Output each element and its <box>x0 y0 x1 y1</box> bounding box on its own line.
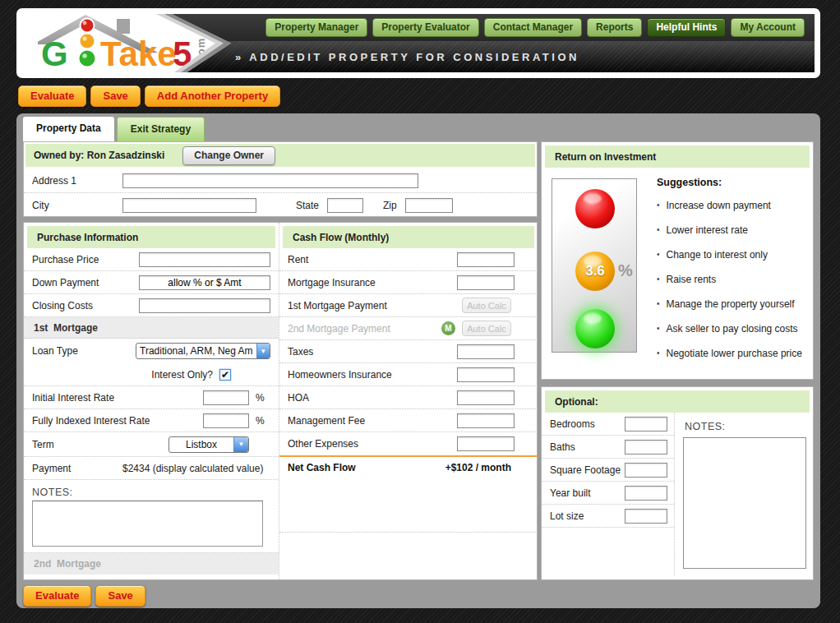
nav-my-account[interactable]: My Account <box>731 18 805 37</box>
toolbar-top: Evaluate Save Add Another Property <box>18 85 280 107</box>
management-fee-input[interactable] <box>457 413 515 428</box>
address1-input[interactable] <box>122 173 418 188</box>
term-value: Listbox <box>169 439 233 450</box>
suggestions-list: •Increase down payment •Lower interest r… <box>657 200 806 359</box>
homeowners-label: Homeowners Insurance <box>288 369 457 381</box>
lot-size-input[interactable] <box>625 509 667 524</box>
lot-size-label: Lot size <box>550 510 625 522</box>
nav-contact-manager[interactable]: Contact Manager <box>484 18 582 37</box>
save-button-bottom[interactable]: Save <box>95 585 145 607</box>
rent-input[interactable] <box>457 252 515 267</box>
suggestion-item: •Increase down payment <box>657 200 806 211</box>
cashflow-spacer <box>279 478 538 533</box>
m-badge-icon: M <box>441 321 455 335</box>
sqft-row: Square Footage <box>542 459 674 482</box>
year-built-input[interactable] <box>625 486 667 501</box>
cashflow-header: Cash Flow (Monthly) <box>283 226 534 248</box>
optional-fields: Bedrooms Baths Square Footage Year built… <box>542 413 675 576</box>
closing-costs-input[interactable] <box>139 298 270 313</box>
purchase-price-input[interactable] <box>139 252 270 267</box>
down-payment-label: Down Payment <box>32 277 139 288</box>
first-auto-calc-button[interactable]: Auto Calc <box>462 298 511 313</box>
tab-property-data[interactable]: Property Data <box>23 117 114 141</box>
optional-notes-textarea[interactable] <box>683 437 806 569</box>
evaluate-button[interactable]: Evaluate <box>18 85 86 107</box>
homeowners-row: Homeowners Insurance <box>279 363 538 386</box>
rent-row: Rent <box>279 248 538 271</box>
bedrooms-label: Bedrooms <box>550 418 625 430</box>
optional-box: Optional: Bedrooms Baths Square Footage … <box>541 386 814 580</box>
house-chimney <box>117 19 130 34</box>
suggestion-item: •Negotiate lower purchase price <box>657 348 806 359</box>
indexed-rate-percent: % <box>256 415 270 427</box>
management-fee-label: Management Fee <box>288 415 457 427</box>
indexed-rate-input[interactable] <box>203 413 249 428</box>
mortgage-insurance-input[interactable] <box>457 275 515 290</box>
payment-row: Payment $2434 (display calculated value) <box>24 457 279 480</box>
add-another-property-button[interactable]: Add Another Property <box>145 85 280 107</box>
state-input[interactable] <box>327 198 363 213</box>
state-label: State <box>296 200 319 211</box>
first-mortgage-header: 1st Mortgage <box>24 317 279 339</box>
owner-band: Owned by: Ron Zasadzinski Change Owner <box>25 144 535 167</box>
rent-label: Rent <box>288 254 457 265</box>
baths-input[interactable] <box>625 440 667 455</box>
other-expenses-input[interactable] <box>457 436 515 451</box>
mortgage-notes-textarea[interactable] <box>32 501 263 547</box>
term-row: Term Listbox ▼ <box>24 432 279 457</box>
interest-only-label: Interest Only? <box>151 369 213 381</box>
bedrooms-input[interactable] <box>625 417 667 431</box>
suggestions: Suggestions: •Increase down payment •Low… <box>657 177 806 372</box>
green-light-icon <box>575 309 615 348</box>
term-select[interactable]: Listbox ▼ <box>168 436 249 453</box>
indexed-rate-row: Fully Indexed Interest Rate % <box>24 409 279 432</box>
loan-type-row: Loan Type Traditional, ARM, Neg Am ▼ <box>24 339 279 363</box>
change-owner-button[interactable]: Change Owner <box>182 146 275 165</box>
hoa-input[interactable] <box>457 390 515 405</box>
management-fee-row: Management Fee <box>279 409 538 432</box>
loan-type-value: Traditional, ARM, Neg Am <box>136 345 256 357</box>
indexed-rate-label: Fully Indexed Interest Rate <box>32 415 203 427</box>
year-built-row: Year built <box>542 482 674 505</box>
lot-size-row: Lot size <box>542 505 674 528</box>
address1-label: Address 1 <box>32 175 122 187</box>
nav-property-evaluator[interactable]: Property Evaluator <box>372 18 478 37</box>
bedrooms-row: Bedrooms <box>542 413 674 436</box>
zip-input[interactable] <box>405 198 453 213</box>
net-cashflow-label: Net Cash Flow <box>288 462 445 473</box>
chevron-down-icon: ▼ <box>256 344 270 358</box>
loan-type-select[interactable]: Traditional, ARM, Neg Am ▼ <box>136 343 270 359</box>
nav-reports[interactable]: Reports <box>587 18 642 37</box>
homeowners-input[interactable] <box>457 367 515 382</box>
hoa-label: HOA <box>288 392 457 404</box>
nav-helpful-hints[interactable]: Helpful Hints <box>647 18 726 37</box>
down-payment-input[interactable] <box>139 275 270 290</box>
amber-light-icon: 3.6 <box>575 252 615 291</box>
tab-exit-strategy[interactable]: Exit Strategy <box>117 117 205 141</box>
save-button[interactable]: Save <box>90 85 140 107</box>
top-nav: Property Manager Property Evaluator Cont… <box>156 14 815 41</box>
taxes-input[interactable] <box>457 344 515 359</box>
year-built-label: Year built <box>550 487 625 499</box>
traffic-light-icon <box>79 19 96 67</box>
second-auto-calc-button[interactable]: Auto Calc <box>462 321 511 336</box>
city-input[interactable] <box>122 198 256 213</box>
initial-rate-percent: % <box>256 392 270 404</box>
city-label: City <box>32 200 122 211</box>
cashflow-column: Cash Flow (Monthly) Rent Mortgage Insura… <box>279 223 538 579</box>
logo-text-take: Take <box>100 35 177 73</box>
purchase-price-label: Purchase Price <box>32 254 139 265</box>
traffic-light-widget: 3.6 % <box>552 178 637 353</box>
nav-property-manager[interactable]: Property Manager <box>265 18 367 37</box>
roi-value: 3.6 <box>585 263 605 279</box>
sqft-input[interactable] <box>625 463 667 478</box>
roi-percent-sign: % <box>618 261 633 280</box>
sqft-label: Square Footage <box>550 464 625 476</box>
interest-only-checkbox[interactable]: ✔ <box>219 369 231 381</box>
roi-box: Return on Investment 3.6 % Suggestions: … <box>541 141 814 380</box>
red-light-icon <box>575 189 615 228</box>
loan-type-label: Loan Type <box>32 345 136 357</box>
suggestion-item: •Manage the property yourself <box>657 298 806 310</box>
initial-rate-input[interactable] <box>203 390 249 405</box>
evaluate-button-bottom[interactable]: Evaluate <box>23 585 91 607</box>
